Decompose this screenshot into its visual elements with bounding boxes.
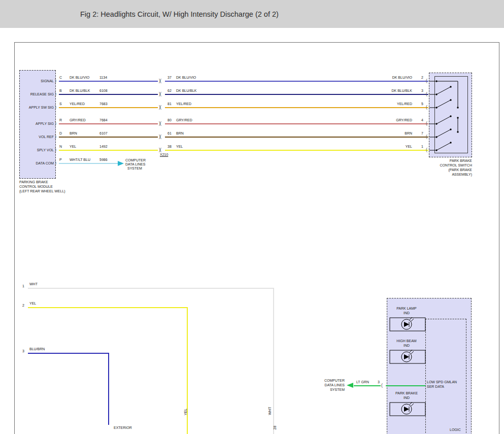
- wire-blubrn-horizontal: [28, 353, 109, 354]
- connector-id-label: X210: [160, 153, 168, 157]
- gmlan-label: LOW SPD GMLAN: [427, 380, 457, 384]
- logic-label: LOGIC: [450, 428, 461, 432]
- switch-pin-number: 5: [421, 102, 423, 106]
- logic-inner-box: [425, 319, 466, 434]
- circuit-number: 1134: [99, 76, 107, 80]
- wire-color-label: GRY/RED: [70, 118, 86, 122]
- module-caption: (LEFT REAR WHEEL WELL): [19, 189, 65, 193]
- vertical-wire-label-yel: YEL: [184, 402, 187, 422]
- wire-apply-seg1: [59, 123, 158, 124]
- connector-cavity-number: 3: [378, 380, 380, 384]
- mid-wire-color-label: BLU/BRN: [29, 347, 45, 351]
- connector-symbol: ): [55, 79, 56, 83]
- connector-symbol: ): [55, 148, 56, 152]
- connector-cavity-number: 61: [167, 131, 172, 136]
- wire-color-label-right: DK BLU/BLK: [350, 89, 412, 93]
- mid-wire-color-label: WHT: [29, 282, 38, 286]
- wiring-diagram-page: Fig 2: Headlights Circuit, W/ High Inten…: [0, 0, 504, 434]
- wire-color-label: YEL/RED: [70, 102, 85, 106]
- inline-connector-symbol: )(: [158, 121, 162, 126]
- circuit-number: 7683: [99, 102, 108, 106]
- title-banner: Fig 2: Headlights Circuit, W/ High Inten…: [0, 0, 504, 28]
- connector-cavity-number: 38: [167, 145, 172, 149]
- module-pin-label: APPLY SIG: [20, 122, 54, 126]
- wire-color-label: DK BLU/VIO: [70, 76, 89, 80]
- indicator-label: PARK BRAKE: [391, 391, 422, 395]
- connector-symbol: (: [426, 79, 427, 83]
- wire-color-label-mid: GRY/RED: [176, 118, 192, 122]
- wire-splyvol-seg1: [59, 150, 158, 151]
- switch-caption: ASSEMBLY): [421, 173, 472, 177]
- offpage-arrow-right-icon: [118, 161, 124, 166]
- offpage-destination: DATA LINES: [310, 383, 345, 387]
- circuit-number: 7684: [99, 118, 108, 122]
- wire-signal-seg1: [59, 81, 158, 82]
- gmlan-label: SER DATA: [427, 385, 444, 389]
- wire-color-label: BRN: [70, 131, 77, 136]
- inline-connector-symbol: )(: [158, 79, 162, 83]
- switch-pin-number: 1: [421, 145, 423, 149]
- wire-color-label-mid: DK BLU/VIO: [176, 76, 196, 80]
- switch-caption: PARK BRAKE: [421, 159, 472, 163]
- pin-letter: P: [59, 158, 62, 162]
- wire-volref-seg2: [165, 137, 428, 138]
- inline-connector-symbol: )(: [158, 135, 162, 139]
- indicator-label: IND: [391, 344, 422, 348]
- wire-wht-vertical: [273, 288, 274, 434]
- indicator-label: PARK LAMP: [391, 307, 422, 311]
- wire-color-label: LT GRN: [356, 380, 369, 384]
- offpage-arrow-left-icon: [347, 383, 353, 388]
- pin-letter: R: [59, 118, 62, 122]
- mid-wire-number: 1: [22, 284, 24, 288]
- wire-color-label-right: BRN: [350, 131, 412, 136]
- connector-symbol: (: [426, 135, 427, 139]
- module-pin-label: VOL REF: [20, 135, 54, 139]
- connector-cavity-number: 37: [167, 76, 172, 80]
- inline-connector-symbol: )(: [158, 105, 162, 110]
- connector-cavity-number: 62: [167, 89, 172, 93]
- wire-color-label-mid: DK BLU/BLK: [176, 89, 196, 93]
- pin-letter: B: [59, 89, 62, 93]
- mid-wire-number: 3: [22, 349, 24, 353]
- module-pin-label: SIGNAL: [20, 79, 54, 83]
- circuit-number: 6108: [99, 89, 108, 93]
- wire-datacom-seg: [59, 163, 118, 164]
- connector-symbol: (: [381, 383, 382, 388]
- wire-volref-seg1: [59, 137, 158, 138]
- circuit-number: 6107: [99, 131, 108, 136]
- wire-splyvol-seg2: [165, 150, 428, 151]
- offpage-destination: COMPUTER: [125, 158, 146, 162]
- pin-letter: C: [59, 76, 62, 80]
- page-title: Fig 2: Headlights Circuit, W/ High Inten…: [80, 10, 279, 18]
- wire-color-label-right: GRY/RED: [350, 118, 412, 122]
- inline-connector-symbol: )(: [158, 148, 162, 152]
- module-caption: PARKING BRAKE: [19, 180, 48, 184]
- connector-symbol: (: [426, 121, 427, 126]
- module-pin-label: APPLY SW SIG: [20, 106, 54, 110]
- wire-release-seg1: [59, 94, 158, 95]
- wire-color-label: DK BLU/BLK: [70, 89, 90, 93]
- switch-pin-number: 7: [421, 131, 423, 136]
- connector-symbol: ): [55, 161, 56, 165]
- switch-pin-number: 3: [421, 89, 423, 93]
- connector-symbol: ): [55, 92, 56, 96]
- module-pin-label: DATA COM: [20, 161, 54, 165]
- switch-caption: CONTROL SWITCH: [421, 163, 472, 168]
- switch-inner-box: [434, 76, 468, 153]
- circuit-number: 5986: [99, 158, 108, 162]
- grid-reference: 28: [273, 418, 277, 434]
- wire-yel-horizontal: [28, 307, 188, 308]
- wire-applysw-seg2: [165, 107, 428, 108]
- module-caption: CONTROL MODULE: [19, 185, 53, 189]
- wire-ltgrn-seg1: [354, 385, 381, 386]
- offpage-destination: DATA LINES: [125, 162, 145, 166]
- connector-symbol: (: [426, 105, 427, 110]
- indicator-label: IND: [391, 396, 422, 400]
- switch-pin-number: 2: [421, 76, 423, 80]
- wire-color-label: WHT/LT BLU: [70, 158, 90, 162]
- wire-color-label-mid: YEL: [176, 145, 183, 149]
- mid-wire-number: 2: [22, 304, 24, 308]
- wire-blubrn-vertical: [108, 353, 109, 425]
- wire-color-label-right: YEL: [350, 145, 412, 149]
- wire-wht-horizontal: [28, 288, 274, 289]
